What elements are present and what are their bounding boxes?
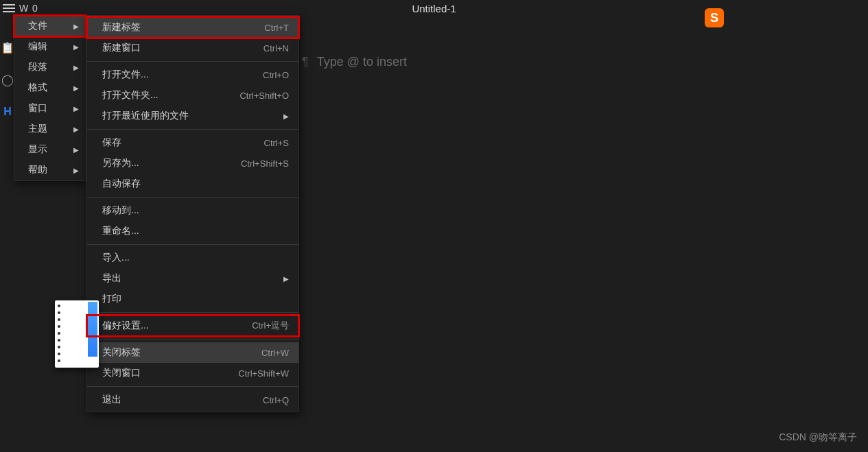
submenu-item-shortcut: Ctrl+Shift+O (239, 91, 289, 101)
chevron-right-icon: ▶ (73, 126, 79, 133)
submenu-item-label: 导入... (102, 252, 130, 264)
menu-separator (87, 61, 298, 62)
submenu-item-label: 打开最近使用的文件 (102, 110, 189, 122)
main-menu-item[interactable]: 帮助▶ (14, 160, 86, 180)
menu-item-label: 格式 (28, 82, 47, 94)
submenu-item[interactable]: 新建标签Ctrl+T (87, 17, 298, 38)
main-menu-item[interactable]: 格式▶ (14, 78, 86, 98)
submenu-item-label: 另存为... (102, 157, 139, 169)
submenu-item[interactable]: 打印 (87, 289, 298, 309)
heading-icon[interactable]: H (3, 106, 12, 118)
submenu-item[interactable]: 偏好设置...Ctrl+逗号 (87, 316, 298, 336)
menu-separator (87, 129, 298, 130)
submenu-item-label: 保存 (102, 136, 121, 149)
submenu-item-label: 新建窗口 (102, 42, 141, 54)
submenu-item-label: 偏好设置... (102, 320, 149, 332)
chevron-right-icon: ▶ (73, 23, 79, 30)
main-menu-item[interactable]: 显示▶ (14, 139, 86, 160)
main-menu-item[interactable]: 窗口▶ (14, 98, 86, 119)
submenu-item-label: 关闭窗口 (102, 367, 141, 379)
submenu-item-shortcut: Ctrl+T (264, 23, 289, 33)
submenu-item-label: 打开文件夹... (102, 89, 159, 102)
submenu-item-label: 关闭标签 (102, 346, 141, 359)
submenu-item[interactable]: 打开最近使用的文件▶ (87, 106, 298, 126)
main-menu[interactable]: 文件▶编辑▶段落▶格式▶窗口▶主题▶显示▶帮助▶ (14, 15, 86, 181)
menu-item-label: 文件 (28, 20, 47, 32)
menu-item-label: 显示 (28, 143, 47, 156)
main-menu-item[interactable]: 编辑▶ (14, 36, 86, 57)
clipboard-icon[interactable]: 📋 (1, 41, 14, 54)
submenu-item[interactable]: 重命名... (87, 221, 298, 241)
submenu-item-shortcut: Ctrl+O (263, 70, 289, 80)
submenu-item-label: 新建标签 (102, 21, 141, 34)
submenu-item-label: 打开文件... (102, 69, 149, 81)
submenu-item-shortcut: Ctrl+Q (263, 395, 289, 405)
pilcrow-icon: ¶ (302, 55, 309, 69)
submenu-item-shortcut: Ctrl+逗号 (252, 320, 289, 332)
chevron-right-icon: ▶ (73, 105, 79, 112)
chevron-right-icon: ▶ (73, 84, 79, 92)
menu-item-label: 主题 (28, 123, 47, 135)
chevron-right-icon: ▶ (73, 146, 79, 154)
main-menu-item[interactable]: 段落▶ (14, 57, 86, 78)
file-submenu[interactable]: 新建标签Ctrl+T新建窗口Ctrl+N打开文件...Ctrl+O打开文件夹..… (86, 15, 299, 412)
menu-separator (87, 386, 298, 387)
chevron-right-icon: ▶ (73, 167, 79, 174)
submenu-item[interactable]: 新建窗口Ctrl+N (87, 38, 298, 58)
submenu-item-label: 打印 (102, 293, 121, 305)
submenu-item-label: 自动保存 (102, 178, 141, 190)
submenu-item[interactable]: 关闭窗口Ctrl+Shift+W (87, 363, 298, 383)
menu-item-label: 窗口 (28, 102, 47, 115)
chevron-right-icon: ▶ (283, 275, 289, 283)
submenu-item[interactable]: 打开文件...Ctrl+O (87, 64, 298, 85)
submenu-item-shortcut: Ctrl+N (263, 43, 289, 53)
submenu-item-shortcut: Ctrl+Shift+W (238, 368, 289, 379)
chevron-right-icon: ▶ (283, 112, 289, 120)
submenu-item[interactable]: 关闭标签Ctrl+W (87, 342, 298, 363)
menu-item-label: 帮助 (28, 164, 47, 176)
menu-item-label: 段落 (28, 61, 47, 73)
app-window: W 0 Untitled-1 S 📋 ◯ H ¶ Type @ to inser… (0, 0, 868, 452)
editor-placeholder: Type @ to insert (317, 55, 407, 69)
menu-separator (87, 339, 298, 340)
chevron-right-icon: ▶ (73, 43, 79, 51)
submenu-item-label: 退出 (102, 394, 121, 406)
submenu-item-shortcut: Ctrl+W (261, 348, 289, 358)
hamburger-icon[interactable] (3, 4, 15, 12)
menu-item-label: 编辑 (28, 40, 47, 53)
main-menu-item[interactable]: 主题▶ (14, 119, 86, 139)
submenu-item-label: 移动到... (102, 204, 139, 217)
submenu-item-shortcut: Ctrl+S (264, 138, 289, 148)
submenu-item-shortcut: Ctrl+Shift+S (241, 158, 289, 169)
submenu-item[interactable]: 自动保存 (87, 174, 298, 194)
circle-icon[interactable]: ◯ (1, 73, 14, 86)
submenu-item[interactable]: 退出Ctrl+Q (87, 390, 298, 410)
watermark-text: CSDN @吻等离子 (779, 431, 857, 444)
title-bar: W 0 Untitled-1 (0, 0, 868, 16)
submenu-item[interactable]: 导入... (87, 248, 298, 268)
left-sidebar-icons: 📋 ◯ H (1, 41, 14, 118)
chevron-right-icon: ▶ (73, 64, 79, 71)
menu-separator (87, 197, 298, 198)
title-left-text: W 0 (19, 3, 38, 14)
main-menu-item[interactable]: 文件▶ (14, 16, 86, 36)
submenu-item-label: 导出 (102, 272, 121, 285)
submenu-item-label: 重命名... (102, 225, 139, 237)
submenu-item[interactable]: 移动到... (87, 200, 298, 221)
menu-separator (87, 244, 298, 245)
submenu-item[interactable]: 打开文件夹...Ctrl+Shift+O (87, 85, 298, 106)
submenu-item[interactable]: 导出▶ (87, 268, 298, 289)
editor-placeholder-area[interactable]: ¶ Type @ to insert (302, 55, 407, 69)
sogou-ime-badge[interactable]: S (705, 8, 724, 27)
document-title: Untitled-1 (412, 3, 456, 14)
submenu-item[interactable]: 保存Ctrl+S (87, 132, 298, 153)
menu-separator (87, 312, 298, 313)
submenu-item[interactable]: 另存为...Ctrl+Shift+S (87, 153, 298, 174)
